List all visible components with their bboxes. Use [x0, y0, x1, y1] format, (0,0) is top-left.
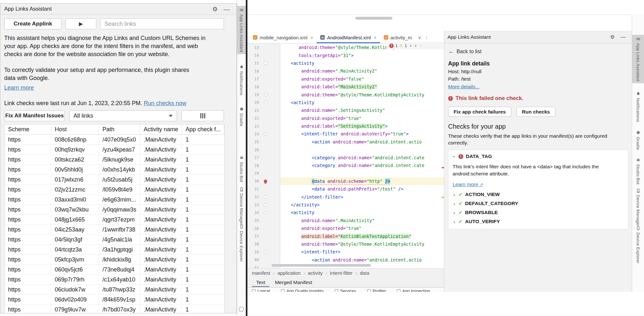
fix-app-check-failures-button[interactable]: Fix app check failures	[448, 107, 511, 117]
check-row-default_category[interactable]: ›✓DEFAULT_CATEGORY	[453, 201, 624, 206]
tool-stripe-app-links-assistant[interactable]: App Links Assistant	[632, 35, 644, 83]
hidden-tabs-chevron-icon[interactable]: ∨	[418, 35, 421, 40]
table-row[interactable]: https04ic253aay/1wwnfbr738.MainActivity1	[5, 225, 224, 235]
code-line[interactable]: 27<category android:name="android.intent…	[247, 153, 444, 161]
next-issue-icon[interactable]: ∨	[414, 44, 417, 47]
code-line[interactable]: 33</activity>	[247, 201, 444, 209]
table-row[interactable]: https060qv5jct6/73ne8udqj4.MainActivity1	[5, 265, 224, 275]
chevron-down-icon[interactable]: ›	[452, 155, 457, 158]
data-tag-check-row[interactable]: › ! DATA_TAG	[453, 153, 624, 159]
close-tab-icon[interactable]: ×	[310, 35, 313, 40]
fold-marker-icon[interactable]	[259, 250, 272, 254]
horizontal-scrollbar[interactable]	[272, 264, 371, 267]
run-checks-button[interactable]: Run checks	[516, 107, 555, 117]
learn-more-link[interactable]: Learn more ↗	[453, 182, 483, 187]
table-row[interactable]: https048jg1x665/qgrt37ezpm.MainActivity1	[5, 215, 224, 225]
tool-stripe-notifications[interactable]: Notifications	[237, 63, 246, 97]
fold-marker-icon[interactable]	[259, 101, 272, 104]
kebab-icon[interactable]: ⋮	[419, 44, 423, 47]
fold-marker-icon[interactable]	[259, 132, 272, 136]
tool-button-app-quality-insights[interactable]: App Quality Insights	[281, 288, 324, 292]
code-line[interactable]: 40<action android:name="android.intent.a…	[247, 256, 444, 264]
code-line[interactable]: 31<data android:pathPrefix="/test" />	[247, 185, 444, 193]
tool-button-app-inspection[interactable]: App Inspection	[397, 288, 430, 292]
editor-tab[interactable]: ‹›mobile_navigation.xml×	[249, 32, 317, 43]
window-titlebar[interactable]: App Links Assistant ⚙ —	[0, 4, 236, 15]
table-row[interactable]: https04rtcqtz3a/3a1hgptqgi.MainActivity1	[5, 245, 224, 255]
tool-stripe-device-explorer[interactable]: Device Explorer	[237, 222, 246, 264]
chevron-right-icon[interactable]: ›	[453, 192, 456, 197]
editor-options-kebab-icon[interactable]: ⋮	[424, 35, 428, 40]
code-line[interactable]: 30<data android:scheme="http" />	[247, 177, 444, 185]
tool-stripe-device-manager[interactable]: Device Manager	[237, 185, 246, 227]
tool-window-icon[interactable]	[239, 307, 244, 311]
fold-marker-icon[interactable]	[259, 211, 272, 214]
table-row[interactable]: https05kfcp3jvm/khidckix8g.MainActivity1	[5, 255, 224, 265]
tool-stripe-studio-bot[interactable]: Studio Bot	[632, 156, 644, 186]
column-header[interactable]: Path	[99, 124, 140, 134]
code-line[interactable]: 16android:name=".MainActivity2"	[247, 67, 444, 75]
warning-stripe-mark[interactable]	[442, 197, 444, 198]
gear-icon[interactable]: ⚙	[209, 6, 221, 12]
chevron-right-icon[interactable]: ›	[453, 210, 456, 215]
code-line[interactable]: 21android:name=".SettingsActivity"	[247, 106, 444, 114]
learn-more-link[interactable]: Learn more	[4, 84, 34, 91]
code-line[interactable]: 26	[247, 146, 444, 153]
code-line[interactable]: 17android:exported="false"	[247, 75, 444, 83]
view-tab-merged-manifest[interactable]: Merged Manifest	[271, 277, 316, 287]
code-line[interactable]: 25<action android:name="android.intent.a…	[247, 138, 444, 146]
tool-stripe-notifications[interactable]: Notifications	[632, 90, 644, 124]
tool-button-profiler[interactable]: Profiler	[367, 288, 386, 292]
code-line[interactable]: 19android:theme="@style/Theme.KotlinEmpt…	[247, 91, 444, 98]
code-line[interactable]: 36android:exported="true"	[247, 224, 444, 232]
view-tab-text[interactable]: Text	[252, 277, 269, 287]
minimize-icon[interactable]: —	[618, 35, 629, 40]
tool-stripe-gradle[interactable]: Gradle	[632, 128, 644, 152]
search-links-input[interactable]	[100, 18, 224, 29]
breadcrumb-item[interactable]: data	[360, 270, 369, 276]
breadcrumb-item[interactable]: application	[277, 270, 301, 276]
column-header[interactable]: Scheme	[5, 124, 51, 134]
tool-stripe-device-explorer[interactable]: Device Explorer	[632, 224, 644, 265]
code-line[interactable]: 15<activity	[247, 59, 444, 67]
table-row[interactable]: https008c6z68np/407e09q5x0.MainActivity1	[5, 135, 224, 145]
column-header[interactable]: Host	[51, 124, 99, 134]
code-line[interactable]: 37android:label="KotlinBlankTestApplicat…	[247, 232, 444, 240]
code-editor[interactable]: 13android:theme="@style/Theme.KotlinEmp1…	[247, 44, 444, 268]
tool-button-logcat[interactable]: Logcat	[252, 288, 270, 292]
table-row[interactable]: https06ciudok7w/tu87hwp33z.MainActivity1	[5, 285, 224, 295]
create-applink-button[interactable]: Create Applink	[4, 18, 62, 29]
play-button[interactable]: ▶	[65, 18, 96, 29]
tool-stripe-studio-bot[interactable]: Studio Bot	[237, 153, 246, 184]
links-filter-dropdown[interactable]: All links	[69, 110, 177, 121]
back-to-list-button[interactable]: ← Back to list	[448, 48, 628, 55]
table-row[interactable]: https03wq7w2kbu/y0qqimaw3s.MainActivity1	[5, 205, 224, 215]
fold-marker-icon[interactable]	[259, 195, 272, 199]
table-row[interactable]: https017jwlxzn6/u5t2usab5j.MainActivity1	[5, 175, 224, 185]
check-row-auto_verify[interactable]: ›✓AUTO_VERIFY	[453, 219, 624, 224]
editor-tab[interactable]: MAndroidManifest.xml×	[317, 32, 380, 43]
error-stripe-mark[interactable]	[442, 167, 444, 168]
code-line[interactable]: 39<intent-filter>	[247, 248, 444, 256]
prev-issue-icon[interactable]: ∧	[409, 44, 412, 47]
code-line[interactable]: 24<intent-filter android:autoVerify="tru…	[247, 130, 444, 138]
check-row-browsable[interactable]: ›✓BROWSABLE	[453, 210, 624, 215]
code-line[interactable]: 32</intent-filter>	[247, 193, 444, 201]
scrollbar-thumb[interactable]	[355, 17, 392, 20]
editor-tab[interactable]: ‹›activity_m	[380, 32, 416, 43]
table-row[interactable]: https04r5lqn3gf/4g5nalc1la.MainActivity1	[5, 235, 224, 245]
table-row[interactable]: https03axxd3mi0/e6g63mim....MainActivity…	[5, 195, 224, 205]
check-row-action_view[interactable]: ›✓ACTION_VIEW	[453, 192, 624, 197]
fold-marker-icon[interactable]	[259, 61, 272, 65]
table-row[interactable]: https06dv02o409/84k659v1sp.MainActivity1	[5, 295, 224, 305]
table-row[interactable]: https00hq9zrkqv/yzu4kpeas7.MainActivity1	[5, 145, 224, 155]
error-bulb-icon[interactable]	[259, 180, 272, 183]
fold-marker-icon[interactable]	[259, 203, 272, 207]
more-details-link[interactable]: More details...	[448, 84, 479, 90]
tool-stripe-device-manager[interactable]: Device Manager	[632, 186, 644, 229]
table-row[interactable]: https069p7r79rh/c1x64yab10.MainActivity1	[5, 275, 224, 285]
tool-stripe-app-links-assistant[interactable]: App Links Assistant	[237, 6, 246, 54]
code-line[interactable]: 35android:name=".MainActivity"	[247, 217, 444, 224]
run-checks-now-link[interactable]: Run checks now	[144, 100, 186, 106]
tool-button-services[interactable]: Services	[335, 288, 356, 292]
